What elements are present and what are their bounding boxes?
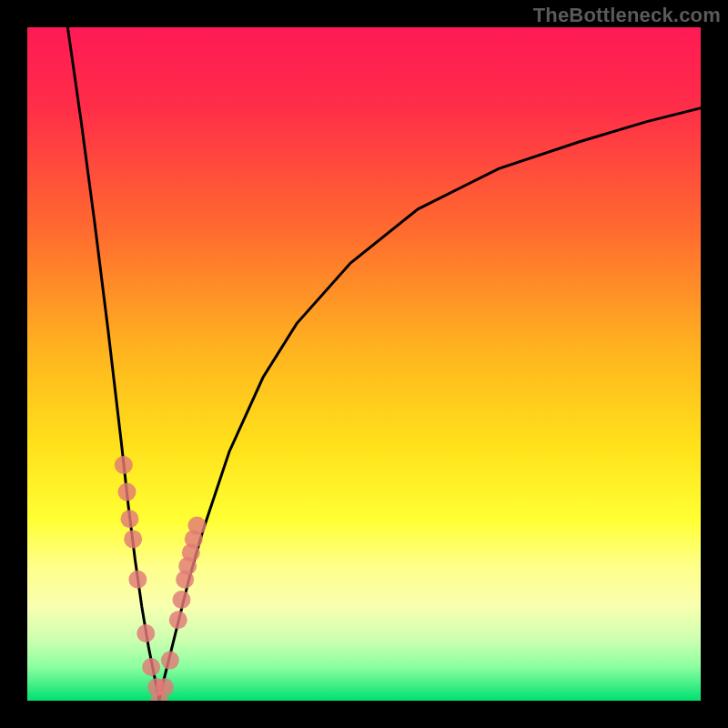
marker-point [115, 456, 133, 474]
chart-svg [27, 27, 701, 701]
marker-point [120, 510, 138, 528]
marker-point [128, 571, 147, 589]
marker-point [169, 611, 187, 629]
gradient-background [27, 27, 701, 701]
marker-point [124, 530, 142, 548]
chart-frame: TheBottleneck.com [0, 0, 728, 728]
marker-point [118, 483, 136, 501]
watermark-text: TheBottleneck.com [533, 4, 721, 27]
marker-point [142, 658, 160, 676]
marker-point [172, 591, 190, 609]
marker-point [161, 652, 179, 670]
marker-point [156, 678, 174, 696]
marker-point [136, 624, 155, 642]
plot-area [27, 27, 701, 701]
marker-point [187, 517, 206, 535]
